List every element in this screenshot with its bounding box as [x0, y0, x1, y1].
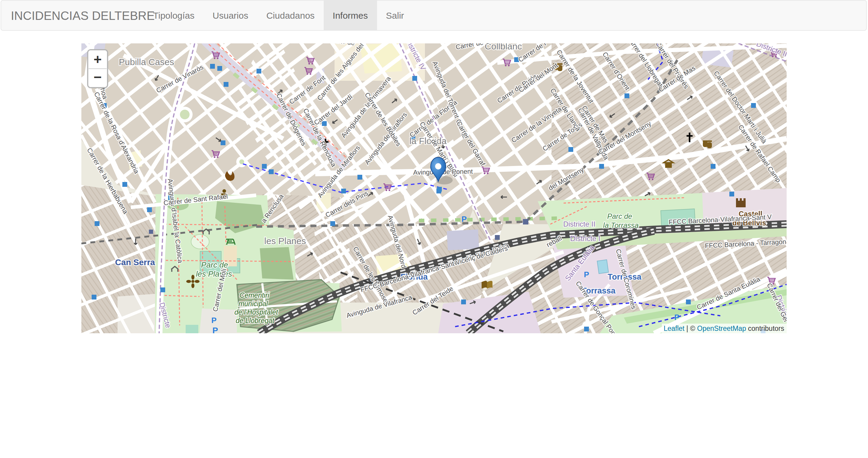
svg-text:P: P [213, 326, 218, 333]
svg-text:P: P [211, 316, 216, 325]
svg-text:+: + [94, 52, 102, 67]
svg-text:Districte I: Districte I [570, 234, 600, 242]
svg-text:Districte II: Districte II [563, 220, 595, 228]
svg-text:Can Serra: Can Serra [115, 258, 155, 267]
svg-text:P: P [584, 270, 589, 279]
svg-text:−: − [94, 69, 102, 85]
svg-text:Parc de: Parc de [607, 212, 632, 220]
svg-text:Pubilla Cases: Pubilla Cases [119, 57, 174, 67]
svg-text:de l’Hospitalet: de l’Hospitalet [235, 308, 278, 316]
svg-text:P: P [674, 313, 679, 322]
svg-text:P: P [461, 215, 467, 224]
svg-text:Cementiri: Cementiri [240, 291, 270, 299]
svg-text:les Planes: les Planes [264, 236, 306, 246]
svg-text:la Torrassa: la Torrassa [603, 221, 639, 229]
svg-text:de Llobregat: de Llobregat [236, 317, 275, 325]
svg-text:municipal: municipal [239, 300, 268, 308]
svg-text:Parc de: Parc de [201, 260, 228, 269]
svg-text:Leaflet | © OpenStreetMap cont: Leaflet | © OpenStreetMap contributors [664, 325, 784, 332]
